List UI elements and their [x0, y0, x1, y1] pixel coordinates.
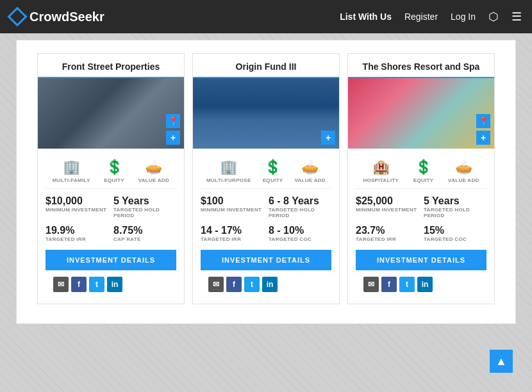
stat-min-investment-shores: $25,000 MINIMUM INVESTMENT [356, 194, 419, 220]
social-email-icon[interactable]: ✉ [53, 277, 69, 292]
stat-label-min-origin: MINIMUM INVESTMENT [201, 207, 263, 213]
stats-grid-shores: $25,000 MINIMUM INVESTMENT 5 Years TARGE… [356, 194, 486, 243]
social-facebook-icon-origin[interactable]: f [226, 277, 242, 292]
stat-value-min-origin: $100 [201, 195, 263, 207]
card-image-shores[interactable]: 📍 + [348, 78, 494, 149]
social-twitter-icon[interactable]: t [89, 277, 104, 292]
multi-family-label: MULTI-FAMILY [53, 177, 90, 183]
share-icon[interactable]: ⬡ [488, 10, 499, 24]
menu-icon[interactable]: ☰ [511, 10, 522, 24]
stat-label-min-investment: MINIMUM INVESTMENT [46, 207, 108, 213]
equity-icon-shores: 💲 [415, 159, 432, 176]
stat-value-hold-shores: 5 Years [424, 195, 486, 207]
social-facebook-icon[interactable]: f [71, 277, 87, 292]
navbar: CrowdSeekr List With Us Register Log In … [0, 0, 532, 33]
card-body-shores: 🏨 HOSPITALITY 💲 EQUITY 🥧 VALUE ADD [348, 149, 494, 297]
stat-coc-shores: 15% TARGETED COC [424, 224, 486, 243]
multi-family-icon: 🏢 [63, 159, 80, 176]
social-email-icon-shores[interactable]: ✉ [363, 277, 379, 292]
card-body-front-street: 🏢 MULTI-FAMILY 💲 EQUITY 🥧 VALUE ADD [38, 149, 184, 297]
social-email-icon-origin[interactable]: ✉ [208, 277, 224, 292]
social-row-front-street: ✉ f t in [46, 277, 176, 292]
invest-btn-origin[interactable]: INVESTMENT DETAILS [201, 250, 331, 270]
stat-label-cap-rate: CAP RATE [113, 236, 176, 242]
hospitality-icon: 🏨 [372, 159, 390, 176]
value-add-label-origin: VALUE ADD [294, 177, 325, 183]
social-linkedin-icon-origin[interactable]: in [262, 277, 278, 292]
stat-label-hold-origin: TARGETED HOLD PERIOD [269, 207, 331, 218]
stat-value-irr-origin: 14 - 17% [201, 225, 263, 236]
invest-btn-shores[interactable]: INVESTMENT DETAILS [356, 250, 486, 270]
nav-log-in[interactable]: Log In [451, 12, 476, 22]
icon-equity-shores: 💲 EQUITY [413, 159, 434, 183]
social-facebook-icon-shores[interactable]: f [381, 277, 397, 292]
location-pin-icon[interactable]: 📍 [166, 114, 180, 128]
multi-purpose-label: MULTI-PURPOSE [206, 177, 251, 183]
brand-logo[interactable]: CrowdSeekr [10, 10, 104, 24]
stats-grid-origin: $100 MINIMUM INVESTMENT 6 - 8 Years TARG… [201, 194, 331, 243]
invest-btn-front-street[interactable]: INVESTMENT DETAILS [46, 250, 176, 270]
value-add-label: VALUE ADD [138, 177, 169, 183]
stat-hold-period-origin: 6 - 8 Years TARGETED HOLD PERIOD [269, 194, 331, 220]
equity-icon-origin: 💲 [264, 159, 281, 176]
equity-label: EQUITY [104, 177, 124, 183]
social-row-origin: ✉ f t in [201, 277, 331, 292]
equity-icon: 💲 [106, 159, 123, 176]
value-add-icon: 🥧 [145, 159, 162, 176]
nav-register[interactable]: Register [404, 12, 438, 22]
stat-hold-period-shores: 5 Years TARGETED HOLD PERIOD [424, 194, 486, 220]
icon-hospitality: 🏨 HOSPITALITY [363, 159, 399, 183]
icons-row-shores: 🏨 HOSPITALITY 💲 EQUITY 🥧 VALUE ADD [356, 154, 486, 189]
stat-value-hold-origin: 6 - 8 Years [269, 195, 331, 207]
card-title-shores: The Shores Resort and Spa [348, 54, 494, 78]
stat-value-min-investment: $10,000 [46, 195, 108, 207]
card-shores-resort: The Shores Resort and Spa 📍 + 🏨 HOSPITAL… [347, 53, 495, 304]
stat-min-investment: $10,000 MINIMUM INVESTMENT [46, 194, 108, 220]
main-content: Front Street Properties 📍 + 🏢 MULTI-FAMI… [16, 40, 516, 324]
social-row-shores: ✉ f t in [356, 277, 486, 292]
equity-label-shores: EQUITY [413, 177, 434, 183]
image-overlay: 📍 + [166, 114, 180, 145]
stat-label-min-shores: MINIMUM INVESTMENT [356, 207, 419, 213]
add-icon-origin[interactable]: + [321, 131, 335, 145]
stat-cap-rate: 8.75% CAP RATE [113, 224, 176, 243]
card-image-front-street[interactable]: 📍 + [38, 78, 184, 149]
icon-equity-origin: 💲 EQUITY [263, 159, 283, 183]
brand-icon [7, 6, 27, 26]
value-add-icon-shores: 🥧 [455, 159, 472, 176]
stat-value-targeted-irr: 19.9% [46, 225, 108, 236]
card-title-origin-fund: Origin Fund III [193, 54, 339, 78]
icons-row-origin: 🏢 MULTI-PURPOSE 💲 EQUITY 🥧 VALUE ADD [201, 154, 331, 189]
social-twitter-icon-origin[interactable]: t [244, 277, 260, 292]
equity-label-origin: EQUITY [263, 177, 283, 183]
stats-grid: $10,000 MINIMUM INVESTMENT 5 Years TARGE… [46, 194, 176, 243]
stat-label-coc-origin: TARGETED COC [269, 236, 331, 242]
stat-value-cap-rate: 8.75% [113, 225, 176, 236]
social-linkedin-icon-shores[interactable]: in [417, 277, 433, 292]
stat-targeted-irr: 19.9% TARGETED IRR [46, 224, 108, 243]
stat-label-targeted-irr: TARGETED IRR [46, 236, 108, 242]
stat-label-coc-shores: TARGETED COC [424, 236, 486, 242]
location-pin-icon-shores[interactable]: 📍 [476, 114, 490, 128]
hospitality-label: HOSPITALITY [363, 177, 399, 183]
icon-value-add: 🥧 VALUE ADD [138, 159, 169, 183]
nav-list-with-us[interactable]: List With Us [340, 12, 392, 22]
cards-container: Front Street Properties 📍 + 🏢 MULTI-FAMI… [27, 53, 505, 304]
card-image-origin-fund[interactable]: + [193, 78, 339, 149]
social-linkedin-icon[interactable]: in [107, 277, 122, 292]
stat-min-investment-origin: $100 MINIMUM INVESTMENT [201, 194, 263, 220]
social-twitter-icon-shores[interactable]: t [399, 277, 415, 292]
icon-value-add-origin: 🥧 VALUE ADD [294, 159, 325, 183]
stat-coc-origin: 8 - 10% TARGETED COC [269, 224, 331, 243]
add-icon[interactable]: + [166, 131, 180, 145]
image-overlay-shores: 📍 + [476, 114, 490, 145]
stat-value-hold-period: 5 Years [113, 195, 176, 207]
add-icon-shores[interactable]: + [476, 131, 490, 145]
image-overlay-origin: + [321, 131, 335, 145]
icons-row: 🏢 MULTI-FAMILY 💲 EQUITY 🥧 VALUE ADD [46, 154, 176, 189]
card-front-street: Front Street Properties 📍 + 🏢 MULTI-FAMI… [37, 53, 185, 304]
value-add-label-shores: VALUE ADD [448, 177, 479, 183]
stat-label-irr-origin: TARGETED IRR [201, 236, 263, 242]
stat-targeted-irr-origin: 14 - 17% TARGETED IRR [201, 224, 263, 243]
scroll-to-top-button[interactable]: ▲ [490, 350, 513, 373]
